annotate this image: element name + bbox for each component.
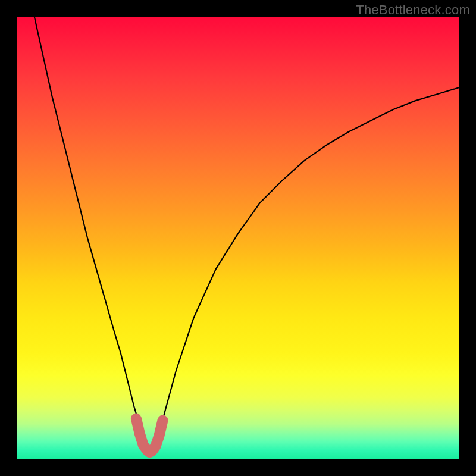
watermark: TheBottleneck.com <box>356 2 470 18</box>
curve-layer <box>17 17 459 459</box>
bottleneck-zone-marker <box>136 419 163 453</box>
chart-frame: TheBottleneck.com <box>0 0 476 476</box>
bottleneck-curve <box>35 17 459 454</box>
